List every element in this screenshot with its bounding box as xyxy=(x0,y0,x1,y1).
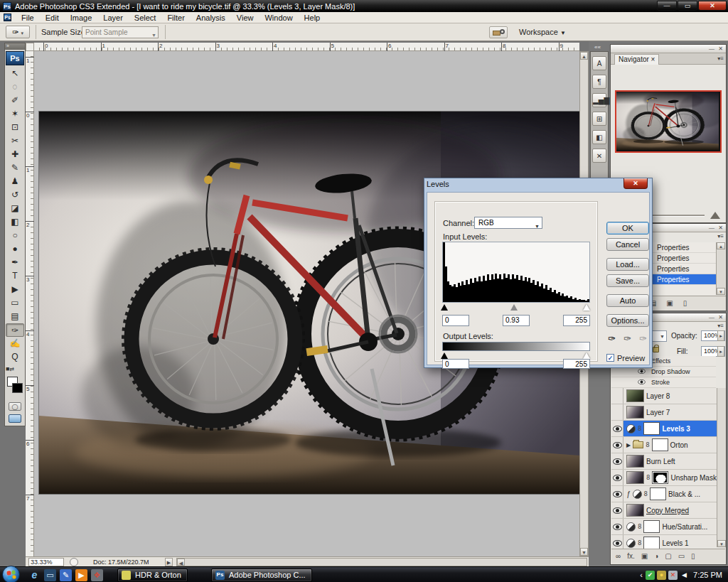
status-flyout-icon[interactable]: ▶ xyxy=(165,558,173,566)
eyedropper-tool[interactable]: ✑ xyxy=(6,323,24,337)
color-panel-icon[interactable]: ◧ xyxy=(592,130,606,144)
layer-row-body[interactable]: 8Unsharp Mask xyxy=(623,470,725,485)
extra-panel-icon[interactable]: ✕ xyxy=(592,149,606,163)
hand-tool[interactable]: ✍ xyxy=(6,337,24,350)
navigator-thumbnail[interactable] xyxy=(615,90,722,153)
layer-row-copy-merged[interactable]: Copy Merged xyxy=(611,502,725,519)
history-brush-tool[interactable]: ↺ xyxy=(6,188,24,202)
add-mask-icon[interactable]: ▣ xyxy=(641,551,648,561)
go-to-bridge-button[interactable] xyxy=(489,26,508,38)
swap-colors-icon[interactable]: ■⇄ xyxy=(6,365,24,377)
effect-row-stroke[interactable]: Stroke xyxy=(611,377,716,388)
menu-window[interactable]: Window xyxy=(259,12,298,23)
media-player-icon[interactable]: ▶ xyxy=(75,569,87,581)
menu-view[interactable]: View xyxy=(231,12,259,23)
update-tray-icon[interactable]: ● xyxy=(657,571,666,580)
brush-tool[interactable]: ✎ xyxy=(6,161,24,175)
input-white-field[interactable]: 255 xyxy=(563,315,590,326)
input-white-slider[interactable] xyxy=(583,304,590,311)
channel-select[interactable]: RGB▼ xyxy=(474,217,542,229)
save-button[interactable]: Save... xyxy=(606,274,649,287)
lock-icon[interactable] xyxy=(653,347,659,352)
taskbar-button-adobe-photoshop-c-[interactable]: PsAdobe Photoshop C... xyxy=(211,568,312,582)
layers-scrollbar[interactable]: ▼ xyxy=(717,388,726,547)
layer-thumbnail[interactable] xyxy=(626,471,644,484)
expand-triangle-icon[interactable]: ▶ xyxy=(626,442,631,448)
sample-size-select[interactable]: Point Sample▼ xyxy=(82,26,159,38)
load-button[interactable]: Load... xyxy=(606,258,649,271)
dodge-tool[interactable]: ● xyxy=(6,242,24,256)
background-color-swatch[interactable] xyxy=(12,383,23,393)
collapse-dock-icon[interactable]: «« xyxy=(594,44,601,50)
scroll-down-icon[interactable]: ▼ xyxy=(717,288,725,295)
zoom-tool[interactable]: Q xyxy=(6,350,24,364)
zoom-in-icon[interactable] xyxy=(710,212,720,219)
menu-layer[interactable]: Layer xyxy=(97,12,129,23)
menu-file[interactable]: File xyxy=(16,12,40,23)
ie-icon[interactable]: e xyxy=(28,569,41,581)
visibility-eye-icon[interactable] xyxy=(613,442,622,448)
effect-row-drop-shadow[interactable]: Drop Shadow xyxy=(611,367,716,377)
layer-thumbnail[interactable] xyxy=(626,455,644,468)
layer-visibility-cell[interactable] xyxy=(611,519,623,534)
minimize-panel-icon[interactable]: — xyxy=(709,45,714,53)
layer-mask-thumbnail[interactable] xyxy=(652,471,668,484)
menu-edit[interactable]: Edit xyxy=(40,12,65,23)
output-white-field[interactable]: 255 xyxy=(563,359,590,369)
layer-row-body[interactable]: Layer 7 xyxy=(623,404,725,420)
menu-select[interactable]: Select xyxy=(129,12,162,23)
input-black-field[interactable]: 0 xyxy=(442,315,469,326)
scroll-down-icon[interactable]: ▼ xyxy=(717,540,726,547)
output-black-field[interactable]: 0 xyxy=(442,359,469,369)
volume-tray-icon[interactable]: ◀ xyxy=(680,571,689,580)
healing-brush-tool[interactable]: ✚ xyxy=(6,148,24,161)
layer-visibility-cell[interactable] xyxy=(611,502,623,518)
visibility-eye-icon[interactable] xyxy=(613,426,622,432)
minimize-button[interactable]: — xyxy=(657,1,677,11)
marquee-tool[interactable]: ◌ xyxy=(6,80,24,94)
auto-button[interactable]: Auto xyxy=(606,294,649,307)
black-point-eyedropper-icon[interactable]: ✑ xyxy=(608,333,616,344)
screen-mode-button[interactable] xyxy=(9,414,21,423)
zoom-level-field[interactable]: 33.33% xyxy=(28,558,64,566)
antivirus-tray-icon[interactable]: ✔ xyxy=(646,571,655,580)
visibility-eye-icon[interactable] xyxy=(638,379,645,384)
link-layers-icon[interactable]: ∞ xyxy=(616,551,621,561)
swatches-panel-icon[interactable]: ⊞ xyxy=(592,112,606,126)
input-gamma-field[interactable]: 0.93 xyxy=(503,315,530,326)
input-gamma-slider[interactable] xyxy=(510,304,518,311)
close-panel-icon[interactable]: ✕ xyxy=(718,225,723,232)
white-point-eyedropper-icon[interactable]: ✑ xyxy=(639,333,647,344)
clone-stamp-tool[interactable]: ♟ xyxy=(6,175,24,188)
type-tool[interactable]: T xyxy=(6,269,24,283)
fill-spinner-icon[interactable]: ▸ xyxy=(717,346,724,357)
histogram-panel-icon[interactable]: ▂▅▇ xyxy=(592,93,606,107)
close-panel-icon[interactable]: ✕ xyxy=(718,314,723,321)
layer-mask-thumbnail[interactable] xyxy=(650,487,666,500)
scroll-down-icon[interactable]: ▼ xyxy=(580,548,588,556)
visibility-eye-icon[interactable] xyxy=(613,458,622,465)
new-group-icon[interactable]: ▢ xyxy=(665,551,671,561)
restore-button[interactable]: ▭ xyxy=(678,1,697,11)
notes-tool[interactable]: ▤ xyxy=(6,310,24,323)
layer-visibility-cell[interactable] xyxy=(611,421,623,436)
eraser-tool[interactable]: ◪ xyxy=(6,202,24,215)
layer-visibility-cell[interactable] xyxy=(611,437,623,453)
cancel-button[interactable]: Cancel xyxy=(606,238,649,251)
layer-visibility-cell[interactable] xyxy=(611,453,623,469)
show-desktop-icon[interactable]: ▭ xyxy=(44,569,56,581)
journal-icon[interactable]: ✎ xyxy=(60,569,72,581)
new-adjustment-icon[interactable]: ◑ xyxy=(654,551,658,561)
layer-row-layer-7[interactable]: Layer 7 xyxy=(611,404,725,421)
layer-row-levels-3[interactable]: 8Levels 3 xyxy=(611,421,725,437)
scroll-left-icon[interactable]: ◀ xyxy=(177,559,185,566)
delete-comp-icon[interactable]: ▯ xyxy=(683,298,687,308)
layer-mask-thumbnail[interactable] xyxy=(652,438,668,451)
visibility-eye-icon[interactable] xyxy=(638,369,645,374)
tray-chevron-icon[interactable]: ‹ xyxy=(640,571,643,579)
gradient-tool[interactable]: ◧ xyxy=(6,215,24,229)
scroll-up-icon[interactable]: ▲ xyxy=(580,52,588,60)
pen-tool[interactable]: ✒ xyxy=(6,256,24,269)
preview-checkbox[interactable]: ✓ xyxy=(606,354,614,362)
layer-visibility-cell[interactable] xyxy=(611,470,623,485)
